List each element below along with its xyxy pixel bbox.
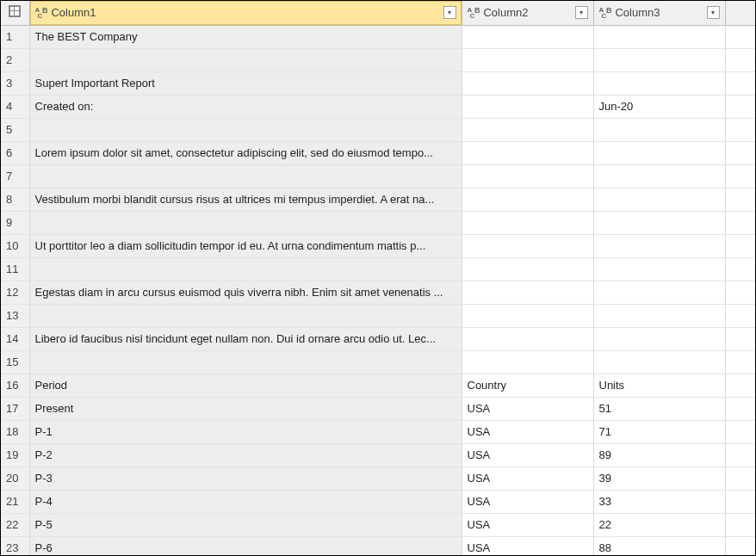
cell-column2[interactable]: [462, 257, 593, 281]
cell-column2[interactable]: USA: [462, 490, 593, 513]
table-row[interactable]: 10Ut porttitor leo a diam sollicitudin t…: [1, 234, 755, 257]
cell-column2[interactable]: USA: [462, 466, 593, 490]
cell-column2[interactable]: [462, 164, 593, 188]
cell-column1[interactable]: P-2: [29, 443, 462, 466]
cell-column1[interactable]: Present: [29, 397, 462, 420]
cell-column3[interactable]: [593, 25, 725, 48]
table-row[interactable]: 4Created on:Jun-20: [1, 95, 755, 118]
row-number[interactable]: 4: [1, 95, 29, 118]
cell-column1[interactable]: Period: [29, 374, 462, 397]
cell-column1[interactable]: Created on:: [29, 95, 462, 118]
cell-column3[interactable]: 88: [593, 536, 725, 555]
table-row[interactable]: 11: [1, 257, 755, 281]
cell-column3[interactable]: [593, 48, 725, 71]
cell-column2[interactable]: [462, 188, 593, 211]
cell-column2[interactable]: [462, 25, 593, 48]
cell-column3[interactable]: [593, 164, 725, 188]
table-row[interactable]: 20P-3USA39: [1, 466, 755, 490]
table-corner-menu[interactable]: [1, 1, 29, 25]
cell-column3[interactable]: [593, 281, 725, 304]
table-row[interactable]: 3Supert Important Report: [1, 71, 755, 95]
cell-column3[interactable]: [593, 327, 725, 350]
row-number[interactable]: 2: [1, 48, 29, 71]
table-row[interactable]: 18P-1USA71: [1, 420, 755, 443]
cell-column2[interactable]: [462, 141, 593, 164]
row-number[interactable]: 10: [1, 234, 29, 257]
row-number[interactable]: 14: [1, 327, 29, 350]
row-number[interactable]: 22: [1, 513, 29, 536]
cell-column2[interactable]: [462, 48, 593, 71]
cell-column1[interactable]: [29, 118, 462, 141]
table-row[interactable]: 7: [1, 164, 755, 188]
row-number[interactable]: 21: [1, 490, 29, 513]
cell-column1[interactable]: [29, 48, 462, 71]
cell-column1[interactable]: Ut porttitor leo a diam sollicitudin tem…: [29, 234, 462, 257]
cell-column2[interactable]: [462, 95, 593, 118]
cell-column2[interactable]: [462, 304, 593, 327]
table-row[interactable]: 14Libero id faucibus nisl tincidunt eget…: [1, 327, 755, 350]
cell-column1[interactable]: [29, 350, 462, 374]
cell-column1[interactable]: P-1: [29, 420, 462, 443]
cell-column2[interactable]: Country: [462, 374, 593, 397]
row-number[interactable]: 1: [1, 25, 29, 48]
cell-column1[interactable]: Supert Important Report: [29, 71, 462, 95]
cell-column3[interactable]: 51: [593, 397, 725, 420]
table-row[interactable]: 5: [1, 118, 755, 141]
table-row[interactable]: 6Lorem ipsum dolor sit amet, consectetur…: [1, 141, 755, 164]
row-number[interactable]: 19: [1, 443, 29, 466]
cell-column3[interactable]: Jun-20: [593, 95, 725, 118]
table-row[interactable]: 16PeriodCountryUnits: [1, 374, 755, 397]
row-number[interactable]: 7: [1, 164, 29, 188]
row-number[interactable]: 18: [1, 420, 29, 443]
cell-column1[interactable]: [29, 164, 462, 188]
table-row[interactable]: 12Egestas diam in arcu cursus euismod qu…: [1, 281, 755, 304]
column-header-column1[interactable]: AC B Column1 ▾: [29, 1, 462, 25]
cell-column3[interactable]: 71: [593, 420, 725, 443]
table-row[interactable]: 17PresentUSA51: [1, 397, 755, 420]
cell-column1[interactable]: Vestibulum morbi blandit cursus risus at…: [29, 188, 462, 211]
table-row[interactable]: 9: [1, 211, 755, 234]
row-number[interactable]: 20: [1, 466, 29, 490]
cell-column2[interactable]: USA: [462, 397, 593, 420]
cell-column2[interactable]: USA: [462, 513, 593, 536]
cell-column2[interactable]: [462, 327, 593, 350]
cell-column3[interactable]: 39: [593, 466, 725, 490]
filter-dropdown-button[interactable]: ▾: [707, 6, 720, 19]
table-row[interactable]: 1The BEST Company: [1, 25, 755, 48]
row-number[interactable]: 6: [1, 141, 29, 164]
cell-column2[interactable]: USA: [462, 420, 593, 443]
cell-column3[interactable]: [593, 188, 725, 211]
cell-column3[interactable]: Units: [593, 374, 725, 397]
row-number[interactable]: 3: [1, 71, 29, 95]
filter-dropdown-button[interactable]: ▾: [575, 6, 588, 19]
cell-column2[interactable]: [462, 118, 593, 141]
cell-column3[interactable]: [593, 71, 725, 95]
cell-column2[interactable]: USA: [462, 443, 593, 466]
cell-column3[interactable]: [593, 304, 725, 327]
cell-column1[interactable]: [29, 211, 462, 234]
cell-column3[interactable]: [593, 118, 725, 141]
cell-column2[interactable]: [462, 211, 593, 234]
cell-column1[interactable]: The BEST Company: [29, 25, 462, 48]
row-number[interactable]: 12: [1, 281, 29, 304]
table-row[interactable]: 22P-5USA22: [1, 513, 755, 536]
cell-column3[interactable]: [593, 211, 725, 234]
row-number[interactable]: 9: [1, 211, 29, 234]
cell-column3[interactable]: 22: [593, 513, 725, 536]
cell-column3[interactable]: [593, 234, 725, 257]
row-number[interactable]: 5: [1, 118, 29, 141]
cell-column1[interactable]: P-6: [29, 536, 462, 555]
cell-column3[interactable]: 89: [593, 443, 725, 466]
cell-column1[interactable]: P-3: [29, 466, 462, 490]
cell-column2[interactable]: [462, 71, 593, 95]
row-number[interactable]: 11: [1, 257, 29, 281]
cell-column3[interactable]: [593, 350, 725, 374]
cell-column2[interactable]: USA: [462, 536, 593, 555]
row-number[interactable]: 23: [1, 536, 29, 555]
cell-column1[interactable]: Lorem ipsum dolor sit amet, consectetur …: [29, 141, 462, 164]
cell-column1[interactable]: Libero id faucibus nisl tincidunt eget n…: [29, 327, 462, 350]
table-row[interactable]: 19P-2USA89: [1, 443, 755, 466]
column-header-column3[interactable]: AC B Column3 ▾: [593, 1, 725, 25]
cell-column2[interactable]: [462, 234, 593, 257]
row-number[interactable]: 16: [1, 374, 29, 397]
